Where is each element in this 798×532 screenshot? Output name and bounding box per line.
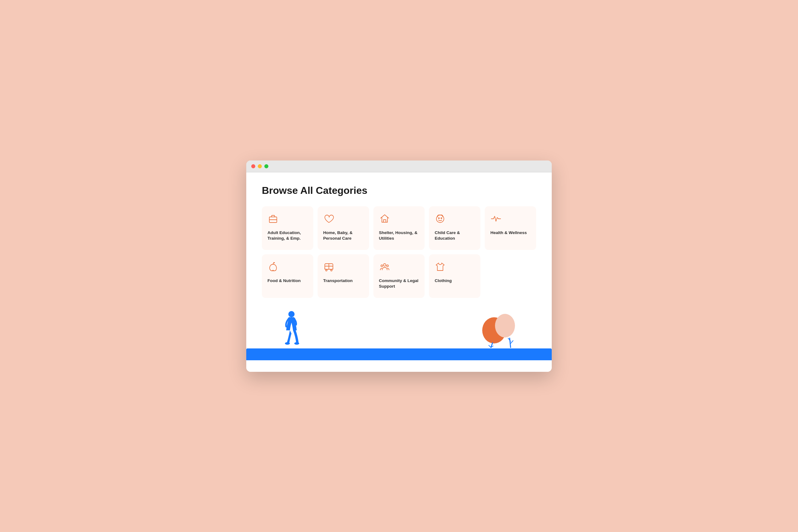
category-label: Child Care & Education [435,230,475,242]
category-card-child-care[interactable]: Child Care & Education [429,206,480,250]
page-title: Browse All Categories [262,185,536,196]
category-card-empty [485,254,536,298]
person-illustration [281,308,302,350]
svg-point-20 [294,342,299,345]
svg-point-5 [441,217,442,218]
browser-window: Browse All Categories Adult Education, T… [246,160,552,372]
maximize-button[interactable] [264,164,268,168]
category-label: Home, Baby, & Personal Care [323,230,363,242]
category-label: Food & Nutrition [267,278,301,284]
svg-point-10 [325,269,327,271]
category-card-adult-education[interactable]: Adult Education, Training, & Emp. [262,206,313,250]
category-label: Clothing [435,278,452,284]
shirt-icon [435,261,446,272]
home-icon [379,213,390,224]
svg-point-14 [383,264,386,266]
baby-face-icon [435,213,446,224]
minimize-button[interactable] [258,164,262,168]
svg-line-26 [510,338,511,347]
svg-point-15 [381,265,383,267]
category-label: Transportation [323,278,353,284]
bus-icon [323,261,335,272]
svg-point-16 [386,265,388,267]
svg-point-17 [288,311,294,317]
svg-point-6 [274,262,274,263]
category-label: Shelter, Housing, & Utilities [379,230,419,242]
ground-illustration [246,348,552,360]
categories-grid: Adult Education, Training, & Emp. Home, … [262,206,536,298]
briefcase-icon [267,213,279,224]
svg-point-22 [495,314,515,338]
category-card-home-baby[interactable]: Home, Baby, & Personal Care [318,206,369,250]
category-label: Health & Wellness [490,230,527,236]
apple-icon [267,261,279,272]
svg-line-28 [511,341,513,343]
pulse-icon [490,213,501,224]
browser-content: Browse All Categories Adult Education, T… [246,172,552,372]
heart-icon [323,213,335,224]
close-button[interactable] [251,164,255,168]
category-card-transportation[interactable]: Transportation [318,254,369,298]
category-card-health-wellness[interactable]: Health & Wellness [485,206,536,250]
category-card-shelter[interactable]: Shelter, Housing, & Utilities [374,206,425,250]
illustration-area [262,304,536,360]
community-icon [379,261,390,272]
svg-line-24 [489,345,491,347]
category-label: Adult Education, Training, & Emp. [267,230,308,242]
category-card-community-legal[interactable]: Community & Legal Support [374,254,425,298]
svg-point-19 [285,342,290,345]
svg-rect-2 [383,220,386,222]
browser-titlebar [246,160,552,172]
svg-point-11 [330,269,332,271]
svg-point-4 [439,217,439,218]
trees-illustration [477,308,517,350]
category-label: Community & Legal Support [379,278,419,290]
category-card-clothing[interactable]: Clothing [429,254,480,298]
category-card-food-nutrition[interactable]: Food & Nutrition [262,254,313,298]
